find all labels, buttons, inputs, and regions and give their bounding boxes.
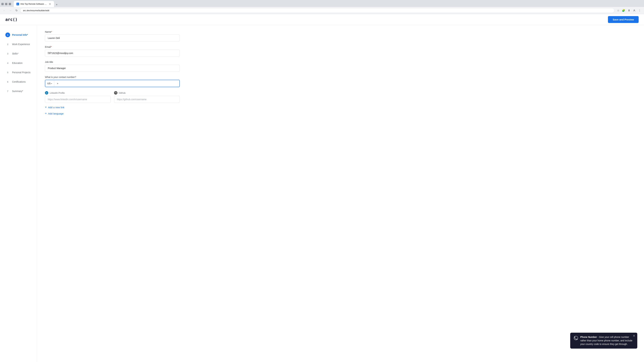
sidebar-item-personal-projects[interactable]: 5 Personal Projects [3, 68, 34, 77]
sidebar-item-personal-info[interactable]: 1 Personal Info* [3, 30, 34, 39]
step-num-7: 7 [5, 89, 10, 93]
phone-country-selector[interactable]: US ▾ [45, 80, 54, 87]
social-links-row: in LinkedIn Profile GitHub [45, 91, 180, 103]
linkedin-icon: in [45, 91, 48, 94]
new-tab-button[interactable]: + [54, 2, 59, 7]
plus-icon-language: + [45, 112, 47, 115]
tab-favicon: a [16, 3, 19, 5]
phone-tooltip: ✕ Phone Number - Give your cell phone nu… [570, 333, 637, 349]
window-controls: ─ □ ✕ [1, 3, 11, 5]
sidebar-item-label-certifications: Certifications [12, 80, 26, 83]
step-num-2: 2 [5, 42, 10, 46]
tab-bar: a Hire Top Remote Software Dev... ✕ + [12, 1, 60, 7]
plus-icon: + [45, 106, 47, 109]
email-label: Email* [45, 45, 180, 48]
phone-section: What is your contact number? US ▾ [45, 76, 180, 87]
github-input[interactable] [114, 96, 180, 103]
name-input[interactable] [45, 34, 180, 41]
sidebar-item-work-experience[interactable]: 2 Work Experience [3, 40, 34, 49]
sidebar-item-certifications[interactable]: 6 Certifications [3, 77, 34, 86]
sidebar-item-summary[interactable]: 7 Summary* [3, 87, 34, 95]
name-required: * [51, 30, 52, 33]
tab-close-button[interactable]: ✕ [49, 2, 51, 6]
back-button[interactable]: ← [2, 8, 7, 13]
reload-button[interactable]: ↻ [14, 8, 19, 13]
job-title-label: Job title [45, 61, 180, 63]
github-icon [114, 91, 118, 94]
linkedin-field: in LinkedIn Profile [45, 91, 111, 103]
bookmark-button[interactable]: ☆ [616, 8, 620, 13]
save-preview-button[interactable]: Save and Preview [608, 16, 639, 23]
svg-point-0 [634, 9, 634, 10]
sidebar-item-label-summary: Summary* [12, 90, 23, 92]
sidebar-item-label-work-experience: Work Experience [12, 43, 30, 45]
main-content: Name* Email* Job title What is your cont… [37, 25, 188, 362]
minimize-button[interactable]: ─ [1, 3, 4, 5]
sidebar-item-label-personal-projects: Personal Projects [12, 71, 30, 74]
app-container: 1 Personal Info* 2 Work Experience 3 Ski… [0, 25, 644, 362]
step-num-6: 6 [5, 79, 10, 84]
tab-title: Hire Top Remote Software Dev... [20, 3, 47, 5]
browser-chrome: ─ □ ✕ a Hire Top Remote Software Dev... … [0, 0, 644, 14]
tooltip-icon [574, 336, 578, 340]
active-tab[interactable]: a Hire Top Remote Software Dev... ✕ [14, 1, 54, 7]
sidebar-item-label-personal-info: Personal Info* [12, 33, 28, 36]
sidebar-item-education[interactable]: 4 Education [3, 59, 34, 67]
chevron-down-icon: ▾ [51, 83, 52, 84]
toolbar-actions: ☆ 🧩 ⬇ ⋮ [616, 8, 642, 13]
sidebar-item-label-education: Education [12, 62, 22, 64]
add-language-button[interactable]: + Add language [45, 112, 180, 115]
tooltip-close-button[interactable]: ✕ [633, 334, 635, 337]
sidebar-item-skills[interactable]: 3 Skills* [3, 49, 34, 58]
add-link-button[interactable]: + Add a new link [45, 106, 180, 109]
address-text: arc.dev/resume/builder/edit [23, 9, 612, 12]
step-num-1: 1 [5, 32, 10, 37]
github-label: GitHub [114, 91, 180, 94]
phone-input[interactable] [54, 80, 180, 87]
step-num-5: 5 [5, 70, 10, 75]
incognito-button[interactable] [632, 8, 636, 13]
sidebar-item-label-skills: Skills* [12, 52, 18, 55]
github-field: GitHub [114, 91, 180, 103]
name-section: Name* [45, 30, 180, 41]
email-required: * [51, 45, 52, 48]
step-num-4: 4 [5, 61, 10, 65]
maximize-button[interactable]: □ [5, 3, 8, 5]
email-section: Email* [45, 45, 180, 57]
phone-label: What is your contact number? [45, 76, 180, 78]
address-bar[interactable]: arc.dev/resume/builder/edit [20, 8, 614, 13]
extensions-button[interactable]: 🧩 [621, 8, 626, 13]
app-logo: arc() [5, 17, 18, 22]
step-num-3: 3 [5, 51, 10, 56]
browser-titlebar: ─ □ ✕ a Hire Top Remote Software Dev... … [0, 0, 644, 7]
browser-toolbar: ← → ↻ arc.dev/resume/builder/edit ☆ 🧩 ⬇ … [0, 7, 644, 14]
forward-button[interactable]: → [8, 8, 13, 13]
phone-row: US ▾ [45, 80, 180, 87]
app-header: arc() Save and Preview [0, 14, 644, 25]
name-label: Name* [45, 30, 180, 33]
download-button[interactable]: ⬇ [626, 8, 631, 13]
phone-country-code: US [47, 82, 50, 85]
job-title-input[interactable] [45, 65, 180, 72]
tooltip-title: Phone Number [580, 336, 597, 338]
linkedin-input[interactable] [45, 96, 111, 103]
email-input[interactable] [45, 50, 180, 57]
job-title-section: Job title [45, 61, 180, 72]
menu-button[interactable]: ⋮ [637, 8, 642, 13]
sidebar: 1 Personal Info* 2 Work Experience 3 Ski… [0, 25, 37, 362]
close-window-button[interactable]: ✕ [9, 3, 11, 5]
linkedin-label: in LinkedIn Profile [45, 91, 111, 94]
tooltip-text: Phone Number - Give your cell phone numb… [580, 335, 634, 346]
